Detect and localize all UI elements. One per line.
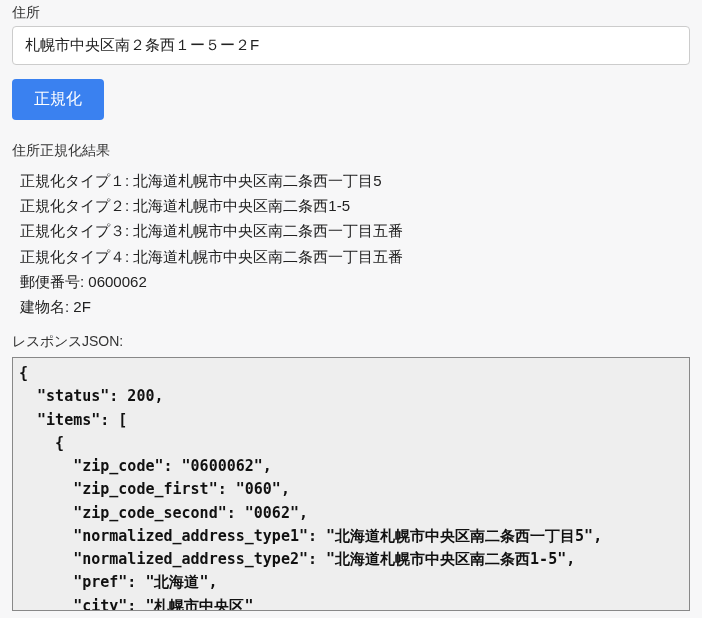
result-label: 正規化タイプ１:: [20, 172, 133, 189]
normalize-button[interactable]: 正規化: [12, 79, 104, 120]
result-label: 建物名:: [20, 298, 73, 315]
result-line-type1: 正規化タイプ１: 北海道札幌市中央区南二条西一丁目5: [20, 168, 690, 193]
result-list: 正規化タイプ１: 北海道札幌市中央区南二条西一丁目5 正規化タイプ２: 北海道札…: [20, 168, 690, 319]
result-value: 北海道札幌市中央区南二条西一丁目5: [133, 172, 381, 189]
response-json-label: レスポンスJSON:: [12, 333, 690, 351]
result-line-type3: 正規化タイプ３: 北海道札幌市中央区南二条西一丁目五番: [20, 218, 690, 243]
result-value: 2F: [73, 298, 91, 315]
result-label: 正規化タイプ２:: [20, 197, 133, 214]
result-value: 北海道札幌市中央区南二条西一丁目五番: [133, 222, 403, 239]
result-value: 北海道札幌市中央区南二条西1-5: [133, 197, 350, 214]
result-section-title: 住所正規化結果: [12, 142, 690, 160]
address-input[interactable]: [12, 26, 690, 65]
result-line-type4: 正規化タイプ４: 北海道札幌市中央区南二条西一丁目五番: [20, 244, 690, 269]
result-line-building: 建物名: 2F: [20, 294, 690, 319]
result-value: 北海道札幌市中央区南二条西一丁目五番: [133, 248, 403, 265]
result-line-type2: 正規化タイプ２: 北海道札幌市中央区南二条西1-5: [20, 193, 690, 218]
result-label: 正規化タイプ４:: [20, 248, 133, 265]
result-label: 郵便番号:: [20, 273, 88, 290]
response-json-box[interactable]: { "status": 200, "items": [ { "zip_code"…: [12, 357, 690, 611]
address-input-label: 住所: [12, 4, 690, 22]
result-line-zip: 郵便番号: 0600062: [20, 269, 690, 294]
result-value: 0600062: [88, 273, 146, 290]
page-root: 住所 正規化 住所正規化結果 正規化タイプ１: 北海道札幌市中央区南二条西一丁目…: [0, 4, 702, 618]
result-label: 正規化タイプ３:: [20, 222, 133, 239]
